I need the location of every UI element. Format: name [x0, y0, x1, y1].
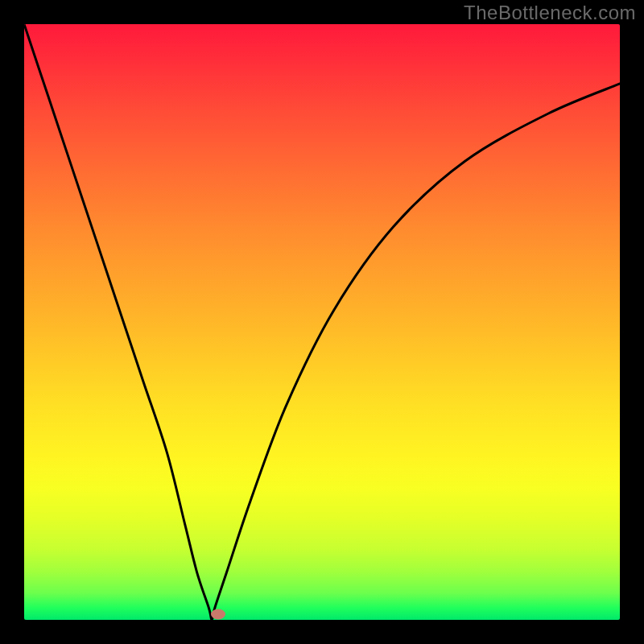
bottleneck-curve [24, 24, 620, 620]
chart-frame: TheBottleneck.com [0, 0, 644, 644]
watermark-text: TheBottleneck.com [464, 2, 636, 24]
curve-path [24, 24, 620, 620]
optimal-point-marker [211, 609, 225, 619]
plot-area [24, 24, 620, 620]
